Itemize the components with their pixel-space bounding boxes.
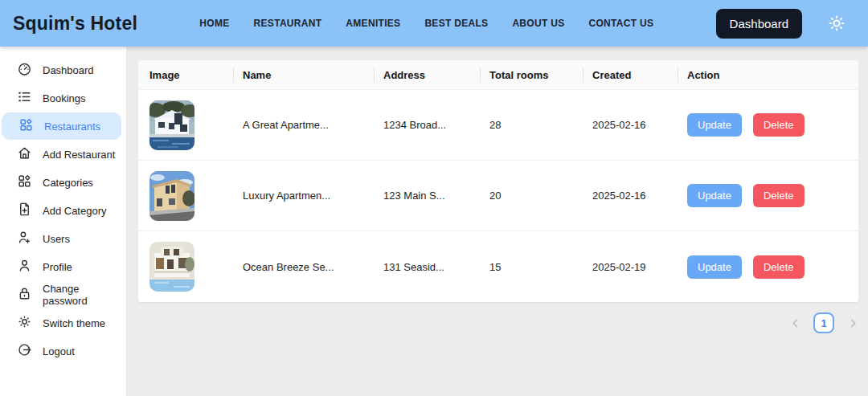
sidebar-item-label: Dashboard — [43, 64, 94, 76]
column-header-total-rooms: Total rooms — [480, 69, 583, 81]
brand-title: Squim's Hotel — [13, 13, 137, 35]
cell-address: 131 Seasid... — [374, 261, 480, 273]
sidebar-item-profile[interactable]: Profile — [0, 253, 121, 280]
list-icon — [17, 89, 32, 108]
sidebar: Dashboard Bookings Restaurants — [0, 47, 126, 396]
file-plus-icon — [17, 202, 32, 220]
sidebar-item-add-restaurant[interactable]: Add Restaurant — [0, 141, 121, 168]
sidebar-item-label: Add Category — [43, 205, 107, 217]
cell-total-rooms: 20 — [480, 190, 583, 202]
sidebar-item-label: Bookings — [43, 92, 85, 104]
sidebar-item-label: Categories — [43, 177, 93, 189]
sidebar-item-dashboard[interactable]: Dashboard — [0, 56, 121, 84]
cell-name: A Great Apartme... — [233, 119, 374, 131]
column-header-image: Image — [149, 69, 233, 81]
lock-icon — [17, 286, 32, 304]
cell-name: Ocean Breeze Se... — [233, 261, 374, 273]
chevron-left-icon[interactable] — [789, 317, 800, 329]
nav-about-us[interactable]: ABOUT US — [512, 18, 564, 29]
column-header-created: Created — [583, 69, 678, 81]
column-header-address: Address — [374, 69, 480, 81]
main-content: Image Name Address Total rooms Created A… — [126, 47, 868, 396]
page-number[interactable]: 1 — [813, 312, 834, 333]
top-navbar: Squim's Hotel HOME RESTAURANT AMENITIES … — [0, 0, 868, 47]
grid-icon — [17, 174, 32, 192]
nav-best-deals[interactable]: BEST DEALS — [424, 18, 488, 29]
sun-icon — [17, 314, 32, 333]
table-row: Luxury Apartmen... 123 Main S... 20 2025… — [138, 161, 858, 231]
nav-amenities[interactable]: AMENITIES — [346, 18, 400, 29]
main-nav: HOME RESTAURANT AMENITIES BEST DEALS ABO… — [137, 18, 716, 29]
sun-icon[interactable] — [826, 13, 847, 34]
sidebar-item-label: Add Restaurant — [43, 149, 115, 161]
sidebar-item-label: Restaurants — [44, 120, 100, 133]
sidebar-item-change-password[interactable]: Change password — [0, 281, 121, 308]
sidebar-item-label: Change password — [43, 283, 121, 307]
update-button[interactable]: Update — [687, 184, 742, 207]
grid-icon — [18, 117, 34, 136]
restaurant-image — [149, 100, 194, 150]
restaurant-image — [149, 242, 194, 292]
nav-contact-us[interactable]: CONTACT US — [588, 18, 653, 29]
update-button[interactable]: Update — [687, 255, 742, 279]
user-icon — [17, 258, 32, 276]
sidebar-item-bookings[interactable]: Bookings — [0, 84, 121, 112]
column-header-name: Name — [233, 69, 374, 81]
pagination: 1 — [138, 312, 858, 333]
gauge-icon — [17, 61, 32, 80]
sidebar-item-categories[interactable]: Categories — [0, 169, 121, 196]
sidebar-item-label: Profile — [43, 261, 72, 273]
cell-created: 2025-02-16 — [583, 190, 678, 202]
users-icon — [17, 230, 32, 248]
sidebar-item-users[interactable]: Users — [0, 225, 121, 252]
table-header-row: Image Name Address Total rooms Created A… — [138, 60, 858, 90]
delete-button[interactable]: Delete — [753, 184, 805, 207]
cell-address: 123 Main S... — [374, 190, 480, 202]
cell-created: 2025-02-19 — [583, 261, 678, 273]
sidebar-item-add-category[interactable]: Add Category — [0, 197, 121, 224]
delete-button[interactable]: Delete — [753, 113, 805, 137]
nav-restaurant[interactable]: RESTAURANT — [254, 18, 322, 29]
cell-address: 1234 Broad... — [374, 119, 480, 131]
table-row: A Great Apartme... 1234 Broad... 28 2025… — [138, 90, 858, 161]
cell-name: Luxury Apartmen... — [233, 190, 374, 202]
cell-created: 2025-02-16 — [583, 119, 678, 131]
delete-button[interactable]: Delete — [753, 255, 805, 279]
column-header-action: Action — [678, 69, 847, 81]
sidebar-item-label: Users — [43, 233, 70, 245]
chevron-right-icon[interactable] — [847, 317, 858, 329]
sidebar-item-switch-theme[interactable]: Switch theme — [0, 309, 121, 337]
restaurant-image — [149, 171, 194, 221]
cell-total-rooms: 15 — [480, 261, 583, 273]
sidebar-item-restaurants[interactable]: Restaurants — [2, 112, 121, 140]
table-row: Ocean Breeze Se... 131 Seasid... 15 2025… — [138, 231, 858, 302]
dashboard-button[interactable]: Dashboard — [716, 9, 802, 39]
cell-total-rooms: 28 — [480, 119, 583, 131]
sidebar-item-logout[interactable]: Logout — [0, 337, 121, 365]
update-button[interactable]: Update — [687, 113, 742, 137]
restaurants-table: Image Name Address Total rooms Created A… — [138, 60, 858, 302]
home-icon — [17, 145, 32, 164]
sidebar-item-label: Switch theme — [43, 317, 105, 329]
sidebar-item-label: Logout — [43, 345, 75, 357]
nav-home[interactable]: HOME — [199, 18, 229, 29]
logout-icon — [17, 342, 32, 361]
